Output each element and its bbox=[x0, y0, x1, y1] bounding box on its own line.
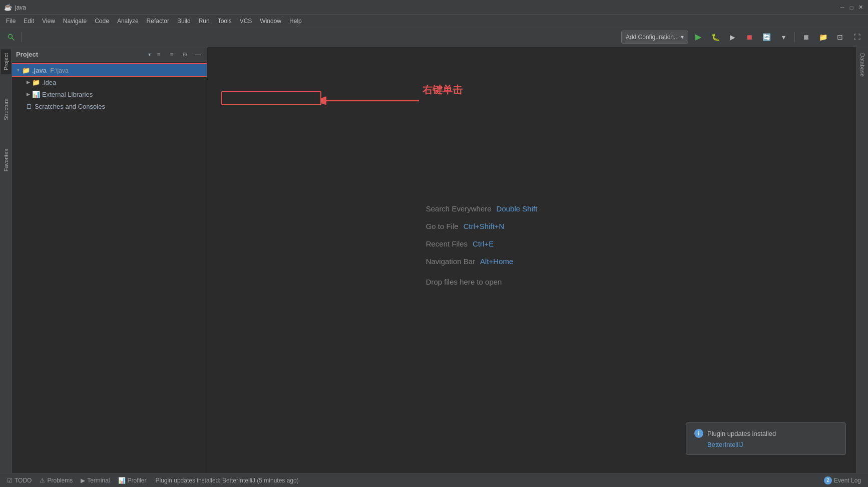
stop-button-2[interactable]: ⏹ bbox=[799, 30, 813, 44]
window-title: java bbox=[15, 4, 26, 11]
bottom-right: 2 Event Log bbox=[821, 475, 864, 486]
hide-panel-button[interactable]: — bbox=[193, 50, 203, 60]
event-log-button[interactable]: 2 Event Log bbox=[821, 475, 864, 486]
profiler-icon: 📊 bbox=[118, 477, 126, 484]
run-config-dropdown[interactable]: Add Configuration... ▾ bbox=[621, 31, 688, 44]
search-everywhere-button[interactable] bbox=[4, 30, 18, 44]
toolbar-separator-2 bbox=[794, 32, 795, 42]
tree-label-java: .java F:\java bbox=[32, 67, 69, 74]
profile-button[interactable]: 🔄 bbox=[759, 30, 773, 44]
action-recent-files: Recent Files bbox=[426, 239, 468, 248]
notification-header: i Plugin updates installed bbox=[694, 429, 837, 438]
notification-title: Plugin updates installed bbox=[707, 430, 776, 437]
tree-arrow-idea: ▶ bbox=[24, 80, 32, 85]
bottom-bar: ☑ TODO ⚠ Problems ▶ Terminal 📊 Profiler … bbox=[0, 473, 868, 487]
menu-window[interactable]: Window bbox=[256, 15, 285, 27]
action-search-everywhere: Search Everywhere bbox=[426, 204, 492, 213]
run-button[interactable]: ▶ bbox=[691, 30, 705, 44]
menu-navigate[interactable]: Navigate bbox=[59, 15, 91, 27]
main-layout: Project Structure Favorites Project ▾ ≡ … bbox=[0, 47, 868, 473]
tree-label-ext-libs: External Libraries bbox=[42, 91, 93, 98]
drop-files-text: Drop files here to open bbox=[426, 278, 538, 286]
project-dropdown-arrow[interactable]: ▾ bbox=[148, 52, 151, 57]
profiler-label: Profiler bbox=[128, 477, 147, 484]
menu-help[interactable]: Help bbox=[285, 15, 306, 27]
tree-item-idea[interactable]: ▶ 📁 .idea bbox=[12, 76, 207, 88]
shortcut-recent-files: Ctrl+E bbox=[473, 239, 494, 248]
notification-panel: i Plugin updates installed BetterIntelli… bbox=[686, 422, 846, 455]
menu-file[interactable]: File bbox=[2, 15, 20, 27]
title-bar: ☕ java ─ □ ✕ bbox=[0, 0, 868, 15]
toolbar-separator-1 bbox=[21, 32, 22, 42]
tree-label-scratches: Scratches and Consoles bbox=[35, 103, 105, 110]
folder-icon-idea: 📁 bbox=[32, 79, 40, 86]
ext-lib-icon: 📊 bbox=[32, 91, 40, 98]
notification-link[interactable]: BetterIntelliJ bbox=[707, 441, 837, 448]
terminal-label: Terminal bbox=[87, 477, 110, 484]
problems-icon: ⚠ bbox=[40, 477, 45, 484]
bottom-status: Plugin updates installed: BetterIntelliJ… bbox=[156, 477, 299, 484]
more-run-dropdown[interactable]: ▾ bbox=[776, 30, 790, 44]
event-log-badge: 2 bbox=[824, 476, 832, 484]
welcome-row-search: Search Everywhere Double Shift bbox=[426, 204, 538, 213]
expand-all-button[interactable]: ≡ bbox=[167, 50, 177, 60]
menu-run[interactable]: Run bbox=[195, 15, 214, 27]
tree-label-idea: .idea bbox=[42, 79, 56, 86]
folder-icon-java: 📁 bbox=[22, 67, 30, 74]
event-log-label: Event Log bbox=[834, 477, 861, 484]
right-tabs: Database bbox=[856, 47, 868, 473]
menu-refactor[interactable]: Refactor bbox=[143, 15, 173, 27]
tab-terminal[interactable]: ▶ Terminal bbox=[78, 475, 113, 486]
tab-todo[interactable]: ☑ TODO bbox=[4, 475, 35, 486]
highlight-box bbox=[221, 91, 321, 105]
menu-build[interactable]: Build bbox=[173, 15, 195, 27]
left-tabs: Project Structure Favorites bbox=[0, 47, 12, 473]
coverage-button[interactable]: ▶ bbox=[725, 30, 739, 44]
menu-view[interactable]: View bbox=[38, 15, 59, 27]
problems-label: Problems bbox=[47, 477, 73, 484]
app-icon: ☕ bbox=[4, 4, 12, 12]
welcome-row-nav-bar: Navigation Bar Alt+Home bbox=[426, 257, 538, 266]
sidebar-tab-database[interactable]: Database bbox=[857, 49, 867, 81]
tree-item-scratches[interactable]: 🗒 Scratches and Consoles bbox=[12, 100, 207, 112]
shortcut-goto-file: Ctrl+Shift+N bbox=[464, 222, 505, 230]
info-icon: i bbox=[694, 429, 703, 438]
minimize-button[interactable]: ─ bbox=[839, 4, 846, 11]
sidebar-tab-structure[interactable]: Structure bbox=[1, 94, 11, 125]
sidebar-tab-project[interactable]: Project bbox=[1, 49, 11, 74]
menu-edit[interactable]: Edit bbox=[20, 15, 38, 27]
debug-button[interactable]: 🐛 bbox=[708, 30, 722, 44]
close-button[interactable]: ✕ bbox=[857, 4, 864, 11]
welcome-content: Search Everywhere Double Shift Go to Fil… bbox=[426, 204, 538, 286]
action-goto-file: Go to File bbox=[426, 222, 459, 230]
config-chevron: ▾ bbox=[681, 34, 684, 41]
collapse-all-button[interactable]: ≡ bbox=[154, 50, 164, 60]
terminal-icon: ▶ bbox=[81, 477, 85, 484]
annotation-text: 右键单击 bbox=[422, 83, 463, 97]
sidebar-tab-favorites[interactable]: Favorites bbox=[1, 145, 11, 175]
settings-gear-button[interactable]: ⚙ bbox=[180, 50, 190, 60]
menu-vcs[interactable]: VCS bbox=[236, 15, 256, 27]
menu-code[interactable]: Code bbox=[91, 15, 113, 27]
project-structure-button[interactable]: 📁 bbox=[816, 30, 830, 44]
tab-problems[interactable]: ⚠ Problems bbox=[37, 475, 76, 486]
editor-area: 右键单击 Search Everywhere Double Shift Go t… bbox=[207, 47, 856, 473]
window-controls[interactable]: ─ □ ✕ bbox=[839, 4, 864, 11]
menu-analyze[interactable]: Analyze bbox=[113, 15, 143, 27]
settings-button[interactable]: ⊡ bbox=[833, 30, 847, 44]
shortcut-search-everywhere: Double Shift bbox=[497, 204, 538, 213]
svg-line-1 bbox=[12, 38, 14, 40]
welcome-row-goto-file: Go to File Ctrl+Shift+N bbox=[426, 222, 538, 230]
stop-button[interactable]: ⏹ bbox=[742, 30, 756, 44]
shortcut-nav-bar: Alt+Home bbox=[480, 257, 513, 266]
fullscreen-button[interactable]: ⛶ bbox=[850, 30, 864, 44]
svg-point-0 bbox=[9, 34, 13, 38]
tab-profiler[interactable]: 📊 Profiler bbox=[115, 475, 150, 486]
tree-arrow-java: ▾ bbox=[14, 68, 22, 73]
menu-tools[interactable]: Tools bbox=[214, 15, 236, 27]
maximize-button[interactable]: □ bbox=[848, 4, 855, 11]
tree-item-java-root[interactable]: ▾ 📁 .java F:\java bbox=[12, 64, 207, 76]
tree-path-java: F:\java bbox=[51, 67, 69, 74]
tree-item-ext-libs[interactable]: ▶ 📊 External Libraries bbox=[12, 88, 207, 100]
project-panel: Project ▾ ≡ ≡ ⚙ — ▾ 📁 .java F:\java ▶ 📁 bbox=[12, 47, 207, 473]
